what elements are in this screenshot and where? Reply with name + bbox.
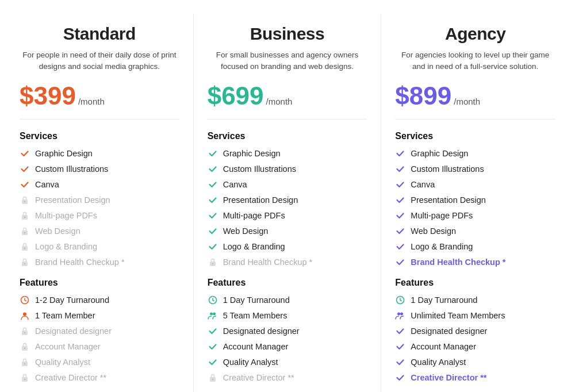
item-label: Canva — [223, 180, 247, 189]
check-icon — [395, 326, 405, 336]
plan-price-row-standard: $399/month — [20, 83, 179, 120]
list-item: Web Design — [395, 226, 555, 236]
list-item: Quality Analyst — [20, 357, 179, 367]
plan-price-period-standard: /month — [78, 97, 105, 106]
features-list-business: 1 Day Turnaround5 Team MembersDesignated… — [208, 295, 367, 383]
svg-point-28 — [397, 312, 400, 315]
check-icon — [208, 195, 218, 205]
lock-icon — [20, 357, 30, 367]
plan-col-standard: StandardFor people in need of their dail… — [6, 14, 194, 392]
list-item: 1 Day Turnaround — [395, 295, 555, 305]
plan-title-agency: Agency — [395, 24, 555, 44]
check-icon — [395, 148, 405, 159]
item-label: Brand Health Checkup * — [35, 258, 125, 267]
check-icon — [208, 164, 218, 174]
list-item: Presentation Design — [395, 195, 555, 205]
item-label: Web Design — [223, 226, 269, 236]
svg-point-19 — [24, 378, 25, 379]
list-item: 5 Team Members — [208, 310, 367, 321]
list-item: Canva — [20, 179, 179, 190]
check-icon — [395, 372, 405, 383]
list-item: Presentation Design — [20, 195, 179, 205]
list-item: Creative Director ** — [395, 372, 555, 383]
lock-icon — [20, 195, 30, 205]
check-icon — [395, 179, 405, 190]
check-icon — [395, 341, 405, 352]
plan-desc-business: For small businesses and agency owners f… — [208, 49, 367, 73]
list-item: Multi-page PDFs — [208, 210, 367, 221]
item-label: Quality Analyst — [411, 358, 466, 367]
services-list-standard: Graphic DesignCustom IllustrationsCanvaP… — [20, 148, 179, 267]
list-item: Canva — [208, 179, 367, 190]
item-label: Custom Illustrations — [411, 164, 484, 174]
item-label: 1-2 Day Turnaround — [35, 295, 109, 305]
list-item: Graphic Design — [208, 148, 367, 159]
clock-icon — [20, 295, 30, 305]
check-icon — [208, 179, 218, 190]
list-item: Custom Illustrations — [208, 164, 367, 174]
item-label: Presentation Design — [223, 195, 298, 205]
item-label: 1 Day Turnaround — [223, 295, 290, 305]
check-icon — [395, 195, 405, 205]
check-icon — [208, 210, 218, 221]
list-item: Brand Health Checkup * — [20, 257, 179, 267]
list-item: Designated designer — [208, 326, 367, 336]
svg-point-13 — [24, 332, 25, 333]
list-item: Logo & Branding — [395, 241, 555, 252]
item-label: Logo & Branding — [35, 242, 97, 251]
svg-point-29 — [400, 312, 403, 315]
list-item: Presentation Design — [208, 195, 367, 205]
item-label: Custom Illustrations — [223, 164, 296, 174]
list-item: Quality Analyst — [208, 357, 367, 367]
check-icon — [395, 210, 405, 221]
list-item: 1 Team Member — [20, 310, 179, 321]
clock-icon — [395, 295, 405, 305]
check-icon — [20, 148, 30, 159]
item-label: Web Design — [35, 226, 80, 236]
item-label: 1 Day Turnaround — [411, 295, 477, 305]
services-title-standard: Services — [20, 131, 179, 141]
list-item: Custom Illustrations — [395, 164, 555, 174]
list-item: Custom Illustrations — [20, 164, 179, 174]
check-icon — [208, 226, 218, 236]
features-list-agency: 1 Day TurnaroundUnlimited Team MembersDe… — [395, 295, 555, 383]
list-item: Multi-page PDFs — [20, 210, 179, 221]
services-list-business: Graphic DesignCustom IllustrationsCanvaP… — [208, 148, 367, 267]
item-label: Custom Illustrations — [35, 164, 108, 174]
check-icon — [208, 241, 218, 252]
lock-icon — [20, 341, 30, 352]
item-label: Graphic Design — [411, 149, 468, 158]
plan-price-row-agency: $899/month — [395, 83, 555, 120]
list-item: Multi-page PDFs — [395, 210, 555, 221]
plan-price-standard: $399 — [20, 83, 76, 109]
item-label: Multi-page PDFs — [35, 211, 97, 220]
list-item: Logo & Branding — [208, 241, 367, 252]
list-item: Designated designer — [20, 326, 179, 336]
check-icon — [208, 357, 218, 367]
lock-icon — [20, 257, 30, 267]
svg-point-21 — [212, 263, 213, 264]
item-label: Logo & Branding — [223, 242, 285, 251]
list-item: Web Design — [20, 226, 179, 236]
item-label: Canva — [35, 180, 59, 189]
plan-price-period-business: /month — [266, 97, 293, 106]
plan-price-business: $699 — [208, 83, 264, 109]
svg-point-9 — [24, 263, 25, 264]
list-item: 1-2 Day Turnaround — [20, 295, 179, 305]
lock-icon — [208, 257, 218, 267]
list-item: Brand Health Checkup * — [208, 257, 367, 267]
svg-point-24 — [213, 312, 216, 315]
item-label: Web Design — [411, 226, 456, 236]
plan-title-business: Business — [208, 24, 367, 44]
check-icon — [395, 357, 405, 367]
list-item: Web Design — [208, 226, 367, 236]
svg-point-15 — [24, 347, 25, 348]
list-item: Creative Director ** — [20, 372, 179, 383]
item-label: Graphic Design — [35, 149, 93, 158]
features-title-standard: Features — [20, 278, 179, 288]
person-icon — [20, 310, 30, 321]
list-item: Quality Analyst — [395, 357, 555, 367]
plan-col-agency: AgencyFor agencies looking to level up t… — [381, 14, 569, 392]
item-label: Multi-page PDFs — [223, 211, 285, 220]
list-item: Account Manager — [395, 341, 555, 352]
